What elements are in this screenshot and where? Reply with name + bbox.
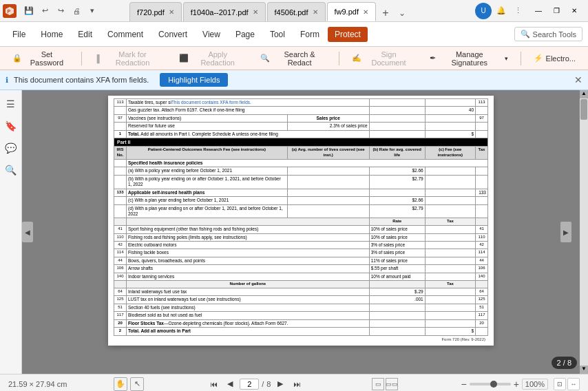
empty (369, 328, 425, 335)
search-redact-button[interactable]: 🔍 Search & Redact (253, 47, 333, 70)
menu-comment[interactable]: Comment (101, 27, 150, 42)
total-description: Total. Add all amounts in Part (127, 328, 370, 335)
menu-view[interactable]: View (196, 27, 227, 42)
fit-width-button[interactable]: ↔ (567, 378, 580, 390)
print-button[interactable]: 🖨 (70, 4, 83, 18)
dropdown-arrow[interactable]: ▾ (85, 4, 99, 18)
undo-button[interactable]: ↩ (38, 4, 52, 18)
current-page-input[interactable] (240, 379, 259, 390)
irs-number: 125 (114, 296, 127, 304)
table-row: (c) With a plan year ending before Octob… (114, 197, 488, 204)
scroll-thumb[interactable] (580, 99, 587, 120)
menu-home[interactable]: Home (34, 27, 70, 42)
sidebar-bookmark-icon[interactable]: 🔖 (3, 118, 19, 134)
sidebar-thumbnail-icon[interactable]: ☰ (3, 96, 19, 112)
col-irs-no: IRS No. (114, 147, 127, 160)
prev-page-button[interactable]: ◀ (223, 377, 237, 391)
bottom-bar: 21.59 × 27.94 cm ✋ ↖ ⏮ ◀ / 8 ▶ ⏭ ▭ ▭▭ − … (0, 374, 588, 391)
set-password-label: Set Password (25, 50, 69, 67)
menu-protect[interactable]: Protect (328, 27, 368, 42)
zoom-percent-input[interactable]: 100% (522, 379, 548, 390)
notification-close-icon[interactable]: ✕ (574, 74, 582, 85)
table-row: 113 Taxable tires, super siThis document… (114, 99, 488, 107)
scroll-down-button[interactable]: ▼ (580, 366, 588, 374)
scroll-left-button[interactable]: ◀ (22, 222, 33, 242)
pdf-page: 113 Taxable tires, super siThis document… (108, 96, 494, 346)
single-page-button[interactable]: ▭ (372, 378, 384, 390)
fit-page-button[interactable]: ⊡ (554, 378, 566, 390)
sidebar-search-icon[interactable]: 🔍 (3, 162, 19, 178)
col-rate: (b) Rate for avg. covered life (369, 147, 425, 160)
tab-close-icon[interactable]: ✕ (169, 8, 174, 16)
apply-redaction-button[interactable]: ⬛ Apply Redaction (172, 47, 250, 70)
scroll-right-button[interactable]: ▶ (560, 222, 571, 242)
menu-form[interactable]: Form (293, 27, 326, 42)
irs-number-right: 114 (476, 249, 488, 257)
irs-number: 114 (114, 249, 127, 257)
scroll-track[interactable] (580, 98, 588, 366)
first-page-button[interactable]: ⏮ (207, 377, 220, 391)
zoom-out-button[interactable]: − (461, 379, 466, 390)
maximize-button[interactable]: ❐ (548, 5, 565, 17)
tax-cell (425, 257, 475, 264)
tab-f4506t[interactable]: f4506t.pdf ✕ (267, 2, 326, 21)
tab-close-icon[interactable]: ✕ (363, 8, 368, 16)
menu-page[interactable]: Page (229, 27, 262, 42)
tax-cell: 40 (425, 107, 475, 114)
part-ii-label: Part II (114, 138, 488, 147)
sidebar-comment-icon[interactable]: 💬 (3, 140, 19, 156)
select-tool-button[interactable]: ↖ (130, 377, 144, 391)
next-page-button[interactable]: ▶ (273, 377, 287, 391)
rate-cell (369, 99, 425, 107)
manage-signatures-button[interactable]: ✒ Manage Signatures (423, 47, 515, 70)
more-options-icon[interactable]: ⋮ (511, 4, 525, 18)
vertical-scrollbar[interactable]: ▲ ▼ (580, 90, 588, 374)
electro-label: Electro... (546, 54, 576, 63)
tax-header: Tax (425, 218, 475, 226)
last-page-button[interactable]: ⏭ (290, 377, 304, 391)
zoom-slider[interactable] (470, 383, 511, 385)
rate-cell: 3% of sales price (369, 242, 425, 249)
table-row: (d) With a plan year ending on or after … (114, 204, 488, 218)
redaction-mark-icon: ▐ (94, 54, 100, 63)
set-password-button[interactable]: 🔒 Set Password (6, 47, 76, 70)
signatures-icon: ✒ (430, 54, 436, 63)
search-tools-button[interactable]: 🔍 Search Tools (514, 27, 582, 41)
tab-close-icon[interactable]: ✕ (313, 8, 318, 16)
close-button[interactable]: ✕ (566, 5, 582, 17)
menu-edit[interactable]: Edit (71, 27, 99, 42)
apply-redaction-label: Apply Redaction (191, 50, 243, 67)
electro-button[interactable]: ⚡ Electro... (527, 51, 582, 65)
tab-f720[interactable]: f720.pdf ✕ (129, 2, 182, 21)
hand-tool-button[interactable]: ✋ (114, 377, 127, 391)
sign-document-button[interactable]: ✍ Sign Document (345, 47, 420, 70)
row-description: Inland waterways fuel use tax (127, 288, 370, 296)
more-tabs-button[interactable]: ⌄ (394, 5, 410, 21)
notification-icon[interactable]: 🔔 (494, 4, 508, 18)
menu-tool[interactable]: Tool (263, 27, 292, 42)
table-row: 20 Floor Stocks Tax—Ozone-depleting chem… (114, 319, 488, 327)
redo-button[interactable]: ↪ (54, 4, 67, 18)
rate-tax-header: Rate Tax (114, 218, 488, 226)
user-avatar[interactable]: U (475, 3, 492, 19)
mark-redaction-button[interactable]: ▐ Mark for Redaction (87, 47, 170, 70)
scroll-up-button[interactable]: ▲ (580, 90, 588, 98)
highlight-fields-button[interactable]: Highlight Fields (160, 73, 228, 87)
info-icon: ℹ (6, 76, 8, 85)
zoom-in-button[interactable]: + (514, 379, 519, 390)
avg-lives-cell (287, 175, 369, 189)
save-button[interactable]: 💾 (22, 4, 36, 18)
tab-fw9[interactable]: fw9.pdf ✕ (327, 2, 376, 21)
table-row: 41 Sport fishing equipment (other than f… (114, 226, 488, 233)
tab-f1040a[interactable]: f1040a--2017.pdf ✕ (183, 2, 266, 21)
minimize-button[interactable]: — (530, 5, 547, 17)
empty-cell (369, 123, 425, 130)
new-tab-button[interactable]: + (377, 5, 394, 21)
menu-file[interactable]: File (6, 27, 32, 42)
menu-convert[interactable]: Convert (151, 27, 194, 42)
tab-close-icon[interactable]: ✕ (253, 8, 258, 16)
double-page-button[interactable]: ▭▭ (386, 378, 398, 390)
irs-number-right: 51 (476, 304, 488, 311)
table-row: 110 Fishing rods and fishing poles (limi… (114, 233, 488, 241)
row-description: Indoor tanning services (127, 273, 370, 280)
